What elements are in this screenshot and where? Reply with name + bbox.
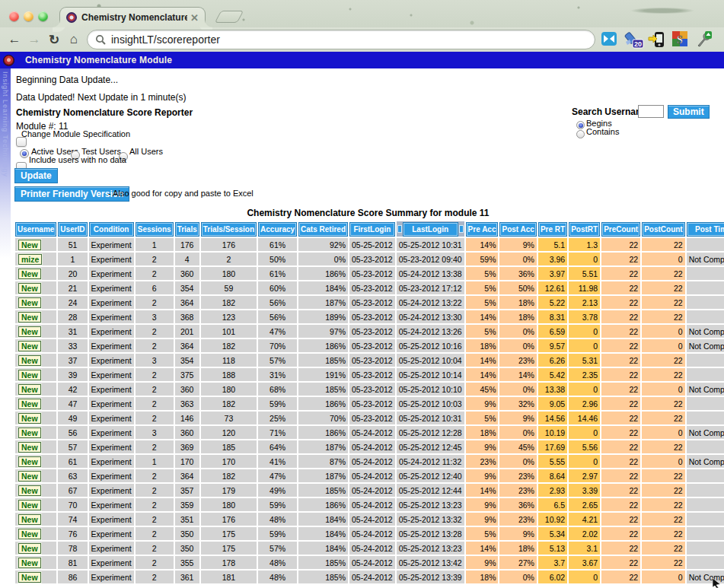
home-icon[interactable]: ⌂: [64, 32, 84, 47]
close-window-button[interactable]: [9, 11, 19, 21]
username-link[interactable]: New: [18, 572, 41, 583]
search-username-input[interactable]: [638, 105, 664, 118]
username-link[interactable]: New: [18, 543, 41, 554]
username-link[interactable]: New: [18, 326, 41, 337]
s-logo-icon[interactable]: S: [671, 30, 690, 49]
update-button[interactable]: Update: [14, 168, 58, 183]
cell-post-time: [687, 397, 724, 410]
wrench-icon[interactable]: [695, 30, 713, 49]
zoom-window-button[interactable]: [38, 11, 48, 21]
active-users-radio[interactable]: [20, 149, 29, 158]
cell-trials: 369: [175, 440, 199, 453]
cell-username: New: [15, 310, 56, 323]
extension-badge: 20: [634, 40, 642, 48]
col-header-firstlogin[interactable]: FirstLogin: [350, 223, 394, 236]
username-link[interactable]: New: [18, 514, 41, 525]
col-header-post-rt[interactable]: PostRT: [569, 223, 599, 236]
begins-radio[interactable]: [576, 121, 585, 129]
col-header-postcount[interactable]: PostCount: [643, 223, 684, 236]
cell-post-time: [687, 484, 724, 497]
sort-desc-button[interactable]: [459, 225, 464, 233]
table-row: New28Experiment336812356%189%05-23-20120…: [15, 310, 724, 323]
col-header-precount[interactable]: PreCount: [602, 223, 639, 236]
username-link[interactable]: New: [18, 456, 41, 467]
phone-sync-icon[interactable]: [648, 30, 666, 49]
username-link[interactable]: New: [18, 297, 41, 308]
username-link[interactable]: New: [18, 312, 41, 323]
table-row: New63Experiment236418247%187%05-24-20120…: [15, 469, 724, 482]
username-link[interactable]: New: [18, 240, 41, 250]
cell-condition: Experiment: [89, 281, 134, 294]
col-cats-retired: Cats Retired: [298, 221, 348, 237]
username-link[interactable]: New: [18, 341, 41, 351]
back-icon[interactable]: ←: [5, 32, 24, 47]
contains-radio[interactable]: [576, 130, 585, 138]
cell-post-rt: 14.46: [569, 412, 600, 424]
username-link[interactable]: New: [18, 427, 41, 438]
col-header-pre-acc[interactable]: Pre Acc: [467, 223, 498, 236]
username-link[interactable]: New: [18, 384, 41, 395]
tab-close-icon[interactable]: ✕: [190, 13, 199, 23]
col-header-username[interactable]: Username: [16, 223, 56, 236]
table-row: mize1Experiment24250%0%05-23-201205-23-2…: [15, 253, 724, 265]
cell-accuracy: 61%: [258, 267, 297, 280]
username-link[interactable]: New: [18, 269, 41, 279]
cell-username: New: [15, 426, 56, 439]
col-header-post-acc[interactable]: Post Acc: [500, 223, 535, 236]
username-link[interactable]: New: [18, 399, 41, 409]
username-link[interactable]: New: [18, 558, 41, 568]
cell-condition: Experiment: [89, 238, 134, 251]
cell-trials-session: 2: [201, 253, 257, 265]
forward-icon[interactable]: →: [24, 32, 44, 47]
cell-trials-session: 178: [201, 556, 257, 569]
highlighter-icon[interactable]: 20: [624, 30, 643, 49]
score-table-head: UsernameUserIDConditionSessionsTrialsTri…: [15, 221, 724, 237]
cell-trials-session: 101: [201, 325, 257, 338]
cell-condition: Experiment: [89, 253, 134, 265]
col-header-pre-rt[interactable]: Pre RT: [539, 223, 566, 236]
col-header-accuracy[interactable]: Accuracy: [259, 223, 296, 236]
col-header-post-time[interactable]: Post Time: [687, 223, 724, 236]
cell-precount: 22: [601, 238, 640, 251]
col-header-lastlogin[interactable]: LastLogin: [403, 223, 458, 236]
address-bar[interactable]: insightLT/scorereporter: [87, 30, 595, 49]
sort-asc-button[interactable]: [397, 225, 402, 233]
new-tab-button[interactable]: [215, 11, 244, 23]
cell-trials: 357: [175, 484, 199, 497]
username-link[interactable]: New: [18, 471, 41, 482]
xmarks-icon[interactable]: [601, 30, 619, 49]
minimize-window-button[interactable]: [24, 11, 33, 21]
username-link[interactable]: mize: [18, 254, 42, 265]
col-header-cats-retired[interactable]: Cats Retired: [299, 223, 347, 236]
cell-precount: 22: [601, 542, 640, 555]
username-link[interactable]: New: [18, 442, 41, 453]
cell-postcount: 22: [642, 556, 685, 569]
col-header-userid[interactable]: UserID: [59, 223, 86, 236]
browser-tab[interactable]: Chemistry Nomenclature ✕: [59, 7, 206, 27]
username-link[interactable]: New: [18, 529, 41, 539]
cell-precount: 22: [601, 325, 640, 338]
col-header-sessions[interactable]: Sessions: [136, 223, 173, 236]
cell-post-acc: 23%: [499, 354, 536, 367]
username-link[interactable]: New: [18, 485, 41, 496]
username-link[interactable]: New: [18, 500, 41, 510]
cell-firstlogin: 05-24-2012: [349, 469, 395, 482]
cell-precount: 22: [601, 498, 640, 511]
col-header-trials-session[interactable]: Trials/Session: [202, 223, 256, 236]
search-submit-button[interactable]: Submit: [668, 105, 710, 119]
username-link[interactable]: New: [18, 355, 41, 366]
cell-cats-retired: 87%: [298, 455, 348, 468]
col-header-trials[interactable]: Trials: [176, 223, 199, 236]
reload-icon[interactable]: ↻: [44, 32, 64, 48]
col-header-condition[interactable]: Condition: [90, 223, 133, 236]
change-spec-checkbox[interactable]: [16, 137, 27, 147]
cell-post-rt: 0: [569, 253, 600, 265]
cell-precount: 22: [601, 513, 640, 526]
search-icon: [95, 34, 106, 45]
username-link[interactable]: New: [18, 370, 41, 380]
cell-accuracy: 59%: [258, 498, 297, 511]
username-link[interactable]: New: [18, 413, 41, 424]
username-link[interactable]: New: [18, 283, 41, 294]
table-row: New33Experiment236418270%186%05-23-20120…: [15, 339, 724, 352]
table-row: New74Experiment235117648%184%05-24-20120…: [15, 513, 724, 526]
